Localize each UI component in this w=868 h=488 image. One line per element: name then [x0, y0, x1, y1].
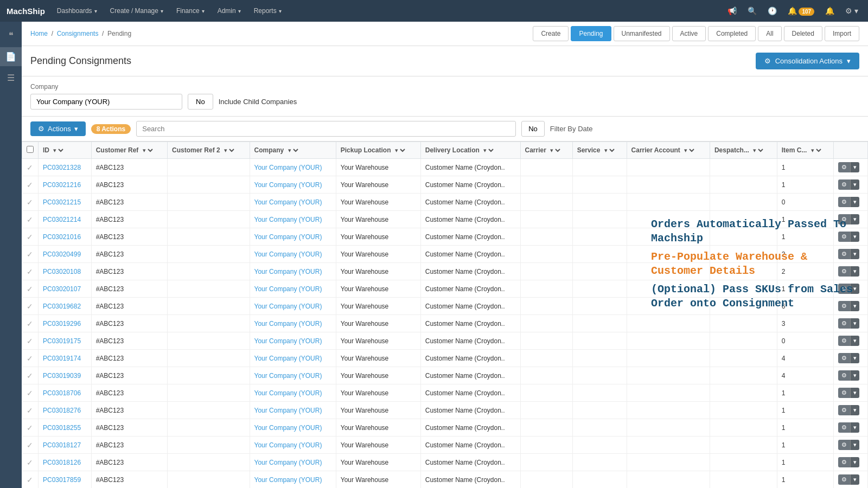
- row-gear-button[interactable]: ⚙: [838, 232, 850, 242]
- pickup-sort[interactable]: ▾: [393, 146, 407, 154]
- consignment-id-link[interactable]: PC03021214: [43, 216, 81, 223]
- th-id[interactable]: ID ▾: [39, 142, 92, 159]
- consignment-id-link[interactable]: PC03020499: [43, 251, 81, 258]
- row-gear-button[interactable]: ⚙: [838, 422, 850, 433]
- th-customer-ref[interactable]: Customer Ref ▾: [91, 142, 167, 159]
- tab-unmanifested[interactable]: Unmanifested: [614, 26, 670, 41]
- brand-logo[interactable]: MachShip: [7, 7, 45, 16]
- company-link[interactable]: Your Company (YOUR): [254, 268, 322, 275]
- company-sort[interactable]: ▾: [286, 146, 300, 154]
- row-caret-button[interactable]: ▾: [850, 474, 859, 485]
- company-input[interactable]: [30, 94, 182, 110]
- consignment-id-link[interactable]: PC03020108: [43, 268, 81, 275]
- delivery-sort[interactable]: ▾: [481, 146, 495, 154]
- row-gear-button[interactable]: ⚙: [838, 318, 850, 329]
- row-gear-button[interactable]: ⚙: [838, 440, 850, 450]
- row-gear-button[interactable]: ⚙: [838, 214, 850, 224]
- sidebar-quote-icon[interactable]: ❝: [0, 26, 22, 45]
- company-link[interactable]: Your Company (YOUR): [254, 407, 322, 414]
- row-gear-button[interactable]: ⚙: [838, 179, 850, 190]
- row-caret-button[interactable]: ▾: [850, 232, 859, 242]
- row-check-icon[interactable]: ✓: [27, 215, 33, 224]
- th-service[interactable]: Service ▾: [572, 142, 627, 159]
- row-caret-button[interactable]: ▾: [850, 422, 859, 433]
- megaphone-icon[interactable]: 📢: [724, 4, 740, 17]
- row-check-icon[interactable]: ✓: [27, 181, 33, 189]
- row-caret-button[interactable]: ▾: [850, 336, 859, 346]
- company-link[interactable]: Your Company (YOUR): [254, 424, 322, 432]
- row-check-icon[interactable]: ✓: [27, 354, 33, 363]
- row-gear-button[interactable]: ⚙: [838, 197, 850, 207]
- consignment-id-link[interactable]: PC03018276: [43, 407, 81, 414]
- filter-date-toggle[interactable]: No: [521, 121, 545, 137]
- select-all-checkbox[interactable]: [27, 146, 34, 153]
- th-customer-ref2[interactable]: Customer Ref 2 ▾: [167, 142, 250, 159]
- tab-deleted[interactable]: Deleted: [784, 26, 822, 41]
- row-caret-button[interactable]: ▾: [850, 388, 859, 398]
- company-link[interactable]: Your Company (YOUR): [254, 216, 322, 223]
- row-caret-button[interactable]: ▾: [850, 266, 859, 277]
- consignment-id-link[interactable]: PC03019175: [43, 337, 81, 345]
- th-pickup[interactable]: Pickup Location ▾: [336, 142, 420, 159]
- actions-button[interactable]: ⚙ Actions ▾: [30, 121, 86, 136]
- row-caret-button[interactable]: ▾: [850, 353, 859, 363]
- nav-finance[interactable]: Finance ▾: [171, 5, 210, 17]
- cref2-sort[interactable]: ▾: [222, 146, 236, 154]
- consignment-id-link[interactable]: PC03019682: [43, 303, 81, 310]
- sidebar-document-icon[interactable]: 📄: [0, 47, 22, 66]
- row-caret-button[interactable]: ▾: [850, 457, 859, 467]
- consignment-id-link[interactable]: PC03021016: [43, 233, 81, 241]
- th-item-count[interactable]: Item C... ▾: [777, 142, 833, 159]
- company-link[interactable]: Your Company (YOUR): [254, 320, 322, 328]
- row-check-icon[interactable]: ✓: [27, 476, 33, 484]
- row-check-icon[interactable]: ✓: [27, 389, 33, 397]
- th-carrier[interactable]: Carrier ▾: [520, 142, 572, 159]
- row-gear-button[interactable]: ⚙: [838, 388, 850, 398]
- carrier-acc-sort[interactable]: ▾: [682, 146, 696, 154]
- nav-create-manage[interactable]: Create / Manage ▾: [105, 5, 169, 17]
- consignment-id-link[interactable]: PC03019039: [43, 372, 81, 380]
- company-link[interactable]: Your Company (YOUR): [254, 372, 322, 380]
- tab-import[interactable]: Import: [825, 26, 859, 41]
- row-check-icon[interactable]: ✓: [27, 267, 33, 276]
- company-link[interactable]: Your Company (YOUR): [254, 303, 322, 310]
- clock-icon[interactable]: 🕐: [764, 4, 780, 17]
- consignment-id-link[interactable]: PC03021215: [43, 198, 81, 206]
- row-caret-button[interactable]: ▾: [850, 162, 859, 172]
- notification-icon[interactable]: 🔔 107: [784, 4, 818, 17]
- row-gear-button[interactable]: ⚙: [838, 162, 850, 172]
- row-gear-button[interactable]: ⚙: [838, 249, 850, 259]
- consolidation-actions-button[interactable]: ⚙ Consolidation Actions ▾: [756, 53, 859, 69]
- consignment-id-link[interactable]: PC03018127: [43, 441, 81, 449]
- service-sort[interactable]: ▾: [602, 146, 616, 154]
- th-company[interactable]: Company ▾: [250, 142, 336, 159]
- company-link[interactable]: Your Company (YOUR): [254, 441, 322, 449]
- sidebar-menu-icon[interactable]: ☰: [0, 68, 22, 87]
- consignment-id-link[interactable]: PC03019174: [43, 355, 81, 362]
- nav-admin[interactable]: Admin ▾: [212, 5, 246, 17]
- tab-completed[interactable]: Completed: [708, 26, 756, 41]
- company-link[interactable]: Your Company (YOUR): [254, 389, 322, 397]
- row-check-icon[interactable]: ✓: [27, 458, 33, 467]
- row-check-icon[interactable]: ✓: [27, 302, 33, 311]
- carrier-sort[interactable]: ▾: [548, 146, 562, 154]
- consignment-id-link[interactable]: PC03020107: [43, 285, 81, 293]
- th-select-all[interactable]: [22, 142, 39, 159]
- row-check-icon[interactable]: ✓: [27, 163, 33, 172]
- company-link[interactable]: Your Company (YOUR): [254, 181, 322, 189]
- company-link[interactable]: Your Company (YOUR): [254, 476, 322, 484]
- consignment-id-link[interactable]: PC03018706: [43, 389, 81, 397]
- row-caret-button[interactable]: ▾: [850, 440, 859, 450]
- breadcrumb-home[interactable]: Home: [30, 30, 48, 37]
- consignment-id-link[interactable]: PC03021216: [43, 181, 81, 189]
- row-caret-button[interactable]: ▾: [850, 249, 859, 259]
- row-gear-button[interactable]: ⚙: [838, 353, 850, 363]
- id-sort[interactable]: ▾: [51, 146, 65, 154]
- row-gear-button[interactable]: ⚙: [838, 370, 850, 381]
- consignment-id-link[interactable]: PC03021328: [43, 164, 81, 171]
- cref-sort[interactable]: ▾: [141, 146, 155, 154]
- settings-icon[interactable]: ⚙ ▾: [842, 4, 861, 17]
- company-link[interactable]: Your Company (YOUR): [254, 251, 322, 258]
- consignment-id-link[interactable]: PC03018126: [43, 459, 81, 466]
- despatch-sort[interactable]: ▾: [751, 146, 765, 154]
